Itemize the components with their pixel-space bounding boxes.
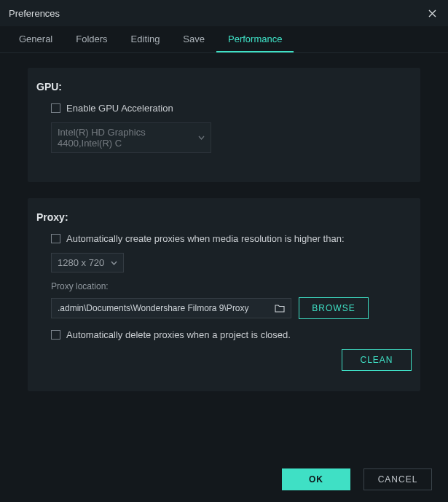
tab-save[interactable]: Save: [171, 26, 216, 52]
browse-button[interactable]: BROWSE: [299, 297, 369, 319]
tab-performance[interactable]: Performance: [216, 26, 294, 52]
proxy-panel: Proxy: Automatically create proxies when…: [28, 198, 420, 391]
footer: OK CANCEL: [282, 468, 432, 490]
ok-button[interactable]: OK: [282, 468, 350, 490]
chevron-down-icon: [198, 136, 205, 140]
tab-folders[interactable]: Folders: [64, 26, 119, 52]
gpu-device-value: Intel(R) HD Graphics 4400,Intel(R) C: [58, 127, 192, 149]
proxy-heading: Proxy:: [36, 211, 412, 223]
auto-delete-proxy-checkbox[interactable]: [51, 330, 60, 340]
proxy-resolution-select[interactable]: 1280 x 720: [51, 253, 124, 272]
auto-delete-proxy-label: Automatically delete proxies when a proj…: [66, 329, 291, 340]
enable-gpu-label: Enable GPU Acceleration: [66, 103, 173, 114]
proxy-path-value: .admin\Documents\Wondershare Filmora 9\P…: [58, 303, 249, 313]
auto-create-proxy-checkbox[interactable]: [51, 234, 60, 243]
close-icon[interactable]: [425, 6, 439, 20]
tabs: General Folders Editing Save Performance: [0, 26, 448, 53]
proxy-resolution-value: 1280 x 720: [58, 257, 104, 268]
cancel-button[interactable]: CANCEL: [363, 468, 432, 490]
window-title: Preferences: [9, 8, 60, 19]
titlebar: Preferences: [0, 0, 448, 26]
enable-gpu-checkbox[interactable]: [51, 103, 60, 113]
gpu-panel: GPU: Enable GPU Acceleration Intel(R) HD…: [28, 68, 420, 182]
proxy-path-field[interactable]: .admin\Documents\Wondershare Filmora 9\P…: [51, 298, 291, 318]
auto-create-proxy-label: Automatically create proxies when media …: [66, 233, 345, 244]
tab-editing[interactable]: Editing: [119, 26, 172, 52]
content: GPU: Enable GPU Acceleration Intel(R) HD…: [0, 53, 448, 391]
tab-general[interactable]: General: [7, 26, 64, 52]
folder-icon: [275, 304, 285, 313]
gpu-device-select[interactable]: Intel(R) HD Graphics 4400,Intel(R) C: [51, 122, 211, 153]
proxy-location-label: Proxy location:: [36, 281, 412, 291]
gpu-heading: GPU:: [36, 81, 412, 93]
clean-button[interactable]: CLEAN: [342, 349, 412, 371]
chevron-down-icon: [111, 261, 117, 265]
